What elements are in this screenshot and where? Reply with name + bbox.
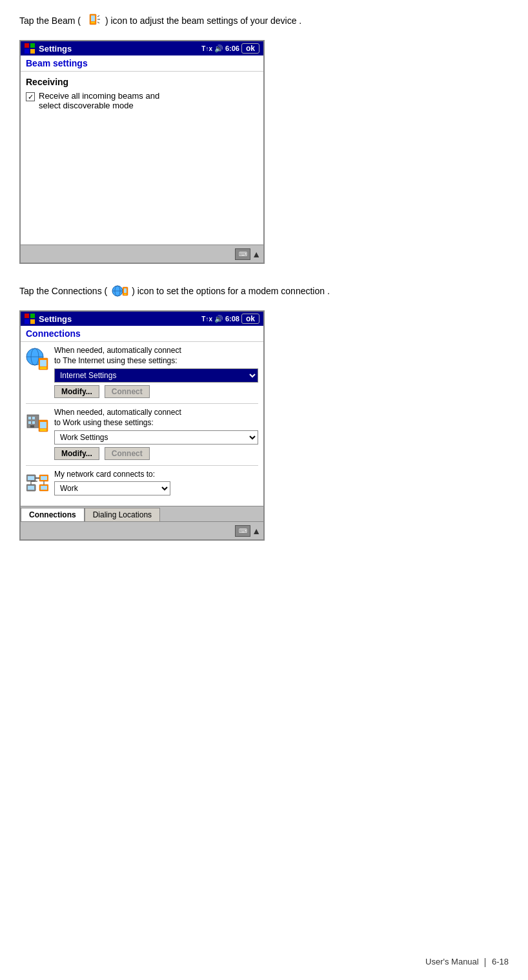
tab-dialing-locations[interactable]: Dialing Locations bbox=[85, 508, 160, 521]
beam-title-bar: Settings T↑x 🔊 6:06 ok bbox=[21, 41, 263, 55]
connections-icon bbox=[112, 283, 127, 299]
conn-keyboard-icon[interactable]: ⌨ bbox=[235, 525, 250, 537]
beam-time: 6:06 bbox=[225, 45, 239, 52]
svg-rect-27 bbox=[28, 417, 31, 419]
network-card-icon bbox=[26, 470, 49, 495]
svg-rect-33 bbox=[40, 422, 46, 428]
title-bar-left: Settings bbox=[25, 43, 72, 54]
svg-line-5 bbox=[97, 22, 99, 23]
internet-conn-text: When needed, automatically connect to Th… bbox=[54, 346, 258, 398]
svg-rect-9 bbox=[30, 49, 35, 54]
connections-screen: Settings T↑x 🔊 6:08 ok Connections bbox=[19, 310, 265, 541]
svg-rect-24 bbox=[40, 360, 46, 366]
svg-rect-8 bbox=[25, 49, 29, 54]
intro-line-2: Tap the Connections ( ) icon to set the … bbox=[19, 283, 509, 299]
signal-icon: 🔊 bbox=[214, 45, 223, 53]
intro1-before-text: Tap the Beam ( bbox=[19, 15, 81, 26]
beam-ok-button[interactable]: ok bbox=[241, 43, 259, 54]
intro-line-1: Tap the Beam ( ) icon to adjust the beam… bbox=[19, 13, 509, 28]
svg-rect-45 bbox=[41, 486, 47, 490]
svg-rect-6 bbox=[25, 43, 29, 48]
svg-rect-28 bbox=[32, 417, 35, 419]
separator-2 bbox=[26, 465, 258, 466]
svg-rect-7 bbox=[30, 43, 35, 48]
work-connect-button[interactable]: Connect bbox=[105, 447, 150, 460]
conn-arrow-up-icon: ▲ bbox=[252, 526, 261, 536]
work-dropdown-row: Work Settings bbox=[54, 430, 258, 445]
conn-ok-button[interactable]: ok bbox=[241, 314, 259, 324]
connections-body: When needed, automatically connect to Th… bbox=[21, 342, 263, 506]
work-settings-select[interactable]: Work Settings bbox=[54, 430, 258, 445]
internet-text2: to The Internet using these settings: bbox=[54, 356, 258, 366]
intro2-after-text: ) icon to set the options for a modem co… bbox=[132, 286, 330, 296]
beam-checkbox-text1: Receive all incoming beams and bbox=[39, 91, 159, 101]
beam-settings-screen: Settings T↑x 🔊 6:06 ok Beam settings Rec… bbox=[19, 40, 265, 264]
intro1-after-text: ) icon to adjust the beam settings of yo… bbox=[105, 15, 301, 26]
connections-tab-bar: Connections Dialing Locations bbox=[21, 506, 263, 521]
work-text2: to Work using these settings: bbox=[54, 418, 258, 428]
network-dropdown-row: Work bbox=[54, 481, 170, 495]
svg-rect-18 bbox=[25, 319, 29, 324]
internet-icon bbox=[26, 346, 49, 372]
svg-rect-34 bbox=[40, 429, 46, 431]
beam-icon bbox=[85, 13, 101, 28]
internet-dropdown-row: Internet Settings bbox=[54, 368, 258, 383]
footer-divider bbox=[485, 958, 485, 967]
work-icon bbox=[26, 408, 49, 434]
svg-rect-30 bbox=[32, 421, 35, 424]
work-text1: When needed, automatically connect bbox=[54, 408, 258, 418]
svg-rect-38 bbox=[41, 476, 47, 480]
intro2-before-text: Tap the Connections ( bbox=[19, 286, 107, 296]
internet-modify-button[interactable]: Modify... bbox=[54, 385, 99, 398]
svg-rect-15 bbox=[124, 294, 127, 295]
beam-checkbox[interactable]: ✓ bbox=[26, 92, 35, 101]
keyboard-icon[interactable]: ⌨ bbox=[235, 248, 250, 260]
network-card-row: My network card connects to: Work bbox=[26, 470, 258, 498]
svg-rect-14 bbox=[124, 288, 127, 293]
network-card-select[interactable]: Work bbox=[54, 481, 170, 495]
network-text: My network card connects to: bbox=[54, 470, 170, 479]
windows-flag-icon bbox=[25, 43, 35, 54]
work-modify-button[interactable]: Modify... bbox=[54, 447, 99, 460]
svg-rect-16 bbox=[25, 314, 29, 318]
page-footer: User's Manual 6-18 bbox=[425, 957, 509, 967]
svg-rect-31 bbox=[30, 425, 34, 428]
tab-connections[interactable]: Connections bbox=[21, 508, 85, 521]
svg-rect-36 bbox=[28, 476, 34, 480]
internet-settings-select[interactable]: Internet Settings bbox=[54, 368, 258, 383]
internet-connection-row: When needed, automatically connect to Th… bbox=[26, 346, 258, 398]
svg-rect-17 bbox=[30, 314, 35, 318]
title-bar-right: T↑x 🔊 6:06 ok bbox=[201, 43, 259, 54]
footer-page: 6-18 bbox=[492, 957, 509, 966]
internet-text1: When needed, automatically connect bbox=[54, 346, 258, 356]
internet-btn-row: Modify... Connect bbox=[54, 385, 258, 398]
svg-rect-1 bbox=[91, 15, 95, 21]
beam-screen-body: Receiving ✓ Receive all incoming beams a… bbox=[21, 72, 263, 245]
connections-section-heading: Connections bbox=[21, 326, 263, 342]
svg-rect-25 bbox=[40, 367, 46, 369]
tx-icon: T↑x bbox=[201, 45, 212, 52]
work-btn-row: Modify... Connect bbox=[54, 447, 258, 460]
svg-rect-19 bbox=[30, 319, 35, 324]
windows-flag-icon-2 bbox=[25, 314, 35, 324]
svg-rect-41 bbox=[28, 486, 34, 490]
beam-taskbar: ⌨ ▲ bbox=[21, 245, 263, 263]
conn-time: 6:08 bbox=[225, 315, 239, 323]
internet-connect-button[interactable]: Connect bbox=[105, 385, 150, 398]
network-text-wrap: My network card connects to: Work bbox=[54, 470, 170, 498]
beam-app-name: Settings bbox=[39, 44, 72, 54]
beam-empty-space bbox=[26, 110, 258, 239]
beam-section-heading: Beam settings bbox=[21, 55, 263, 72]
conn-title-right: T↑x 🔊 6:08 ok bbox=[201, 314, 259, 324]
conn-tx-icon: T↑x bbox=[201, 315, 212, 323]
arrow-up-icon: ▲ bbox=[252, 249, 261, 259]
work-conn-text: When needed, automatically connect to Wo… bbox=[54, 408, 258, 460]
connections-title-bar: Settings T↑x 🔊 6:08 ok bbox=[21, 312, 263, 326]
connections-taskbar: ⌨ ▲ bbox=[21, 521, 263, 539]
beam-checkbox-row: ✓ Receive all incoming beams and select … bbox=[26, 91, 258, 110]
work-connection-row: When needed, automatically connect to Wo… bbox=[26, 408, 258, 460]
footer-label: User's Manual bbox=[425, 957, 479, 966]
conn-title-left: Settings bbox=[25, 314, 72, 324]
svg-rect-2 bbox=[91, 22, 95, 23]
separator-1 bbox=[26, 403, 258, 404]
